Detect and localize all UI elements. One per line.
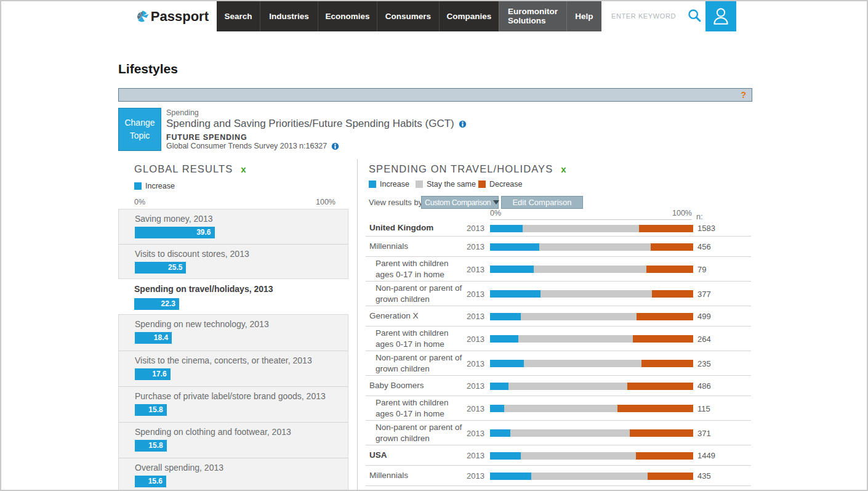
help-bar[interactable]: ? xyxy=(118,88,752,102)
row-year: 2013 xyxy=(445,429,484,438)
legend-item-increase: Increase xyxy=(134,182,175,190)
row-year: 2013 xyxy=(445,242,484,251)
segment-increase xyxy=(490,225,523,232)
topic-title: Spending and Saving Priorities/Future Sp… xyxy=(166,118,454,130)
global-results-row[interactable]: Spending on clothing and footwear, 20131… xyxy=(119,422,348,458)
segment-decrease xyxy=(633,335,693,343)
row-year: 2013 xyxy=(445,224,484,233)
segment-decrease xyxy=(636,452,693,460)
global-results-row[interactable]: Visits to discount stores, 201325.5 xyxy=(119,244,348,278)
row-label: Visits to the cinema, concerts, or theat… xyxy=(135,355,312,365)
legend-item-decrease: Decrease xyxy=(478,180,523,189)
close-global-results-icon[interactable]: x xyxy=(241,164,246,174)
global-results-title-text: GLOBAL RESULTS xyxy=(134,163,233,175)
row-n-value: 79 xyxy=(697,265,706,274)
legend-label: Stay the same xyxy=(427,180,476,189)
row-n-value: 264 xyxy=(697,335,711,344)
nav-item-euromonitor-solutions[interactable]: EuromonitorSolutions xyxy=(499,1,566,31)
row-n-value: 1583 xyxy=(697,224,715,233)
global-results-row[interactable]: Visits to the cinema, concerts, or theat… xyxy=(119,351,348,386)
segment-decrease xyxy=(651,243,693,251)
spending-row-united-kingdom: United Kingdom20131583 xyxy=(366,220,751,237)
passport-pinwheel-icon xyxy=(135,6,149,27)
nav-item-consumers[interactable]: Consumers xyxy=(377,1,439,31)
nav-item-help[interactable]: Help xyxy=(566,1,601,31)
spending-row-millennials: Millennials2013456 xyxy=(366,237,751,257)
global-results-row[interactable]: Overall spending, 201315.6 xyxy=(119,458,348,491)
stacked-bar xyxy=(490,313,693,320)
segment-decrease xyxy=(639,225,693,232)
legend-swatch xyxy=(478,181,486,188)
row-n-value: 371 xyxy=(697,429,711,438)
info-icon[interactable] xyxy=(459,120,467,128)
row-year: 2013 xyxy=(445,312,484,321)
nav-item-companies[interactable]: Companies xyxy=(439,1,499,31)
topic-category: Spending xyxy=(166,108,199,117)
axis-tick-100: 100% xyxy=(672,209,692,217)
account-button[interactable] xyxy=(705,1,736,31)
stacked-bar xyxy=(490,473,693,480)
segment-stay-the-same xyxy=(504,405,617,412)
segment-increase xyxy=(490,266,534,273)
row-n-value: 499 xyxy=(697,312,711,321)
help-question-icon[interactable]: ? xyxy=(741,90,752,100)
increase-bar: 39.6 xyxy=(135,227,215,238)
row-separator xyxy=(366,485,751,486)
comparison-dropdown-value: Custom Comparison xyxy=(425,198,491,207)
info-icon[interactable] xyxy=(331,142,339,150)
spending-axis: 0% 100% xyxy=(490,209,692,217)
row-n-value: 115 xyxy=(697,404,710,413)
legend-item-increase: Increase xyxy=(369,180,409,189)
stacked-bar xyxy=(490,290,693,298)
segment-decrease xyxy=(648,473,693,480)
global-results-row[interactable]: Spending on new technology, 201318.4 xyxy=(119,315,348,351)
close-spending-panel-icon[interactable]: x xyxy=(561,164,566,174)
segment-stay-the-same xyxy=(510,429,630,437)
global-results-row[interactable]: Saving money, 201339.6 xyxy=(119,209,348,244)
spending-row-non-parent-or-parent-of-grown-children: Non-parent or parent of grown children20… xyxy=(366,421,751,445)
edit-comparison-label: Edit Comparison xyxy=(512,198,571,207)
row-label: Spending on new technology, 2013 xyxy=(135,319,269,329)
nav-item-economies[interactable]: Economies xyxy=(318,1,377,31)
chevron-down-icon xyxy=(493,200,499,205)
segment-decrease xyxy=(637,313,693,320)
segment-increase xyxy=(490,313,521,320)
search-input[interactable] xyxy=(611,12,685,20)
edit-comparison-button[interactable]: Edit Comparison xyxy=(501,196,583,209)
axis-tick-0: 0% xyxy=(134,198,145,206)
row-label: Millennials xyxy=(369,470,408,481)
spending-row-baby-boomers: Baby Boomers2013486 xyxy=(366,376,751,396)
search-button[interactable] xyxy=(685,7,704,25)
row-year: 2013 xyxy=(445,335,484,344)
magnifier-icon xyxy=(687,8,702,23)
legend-label: Increase xyxy=(145,182,175,190)
increase-bar: 15.8 xyxy=(135,404,167,416)
segment-decrease xyxy=(617,405,693,412)
page-title: Lifestyles xyxy=(118,62,178,76)
comparison-dropdown[interactable]: Custom Comparison xyxy=(421,196,499,209)
global-results-row[interactable]: Purchase of private label/store brand go… xyxy=(119,386,348,422)
segment-decrease xyxy=(630,429,693,437)
stacked-bar xyxy=(490,405,693,412)
legend-swatch xyxy=(369,181,376,188)
row-label: Millennials xyxy=(369,241,408,252)
segment-increase xyxy=(490,383,508,390)
row-label: Saving money, 2013 xyxy=(135,214,213,224)
stacked-bar xyxy=(490,335,693,343)
spending-row-parent-with-children-ages-0-17-in-home: Parent with children ages 0-17 in home20… xyxy=(366,327,751,351)
global-results-axis: 0% 100% xyxy=(134,198,336,206)
nav-item-industries[interactable]: Industries xyxy=(260,1,318,31)
global-results-legend: Increase xyxy=(134,182,175,190)
change-topic-button[interactable]: Change Topic xyxy=(118,108,161,151)
segment-increase xyxy=(490,290,540,298)
panel-divider xyxy=(357,159,358,491)
global-results-row-selected[interactable]: Spending on travel/holidays, 201322.3 xyxy=(118,278,348,314)
segment-stay-the-same xyxy=(523,225,639,232)
segment-decrease xyxy=(641,360,693,367)
brand-name: Passport xyxy=(151,9,209,25)
nav-item-search[interactable]: Search xyxy=(217,1,260,31)
passport-logo[interactable]: Passport xyxy=(135,6,209,27)
segment-decrease xyxy=(652,290,693,298)
spending-row-millennials: Millennials2013435 xyxy=(366,466,751,486)
spending-row-generation-x: Generation X2013499 xyxy=(366,306,751,327)
